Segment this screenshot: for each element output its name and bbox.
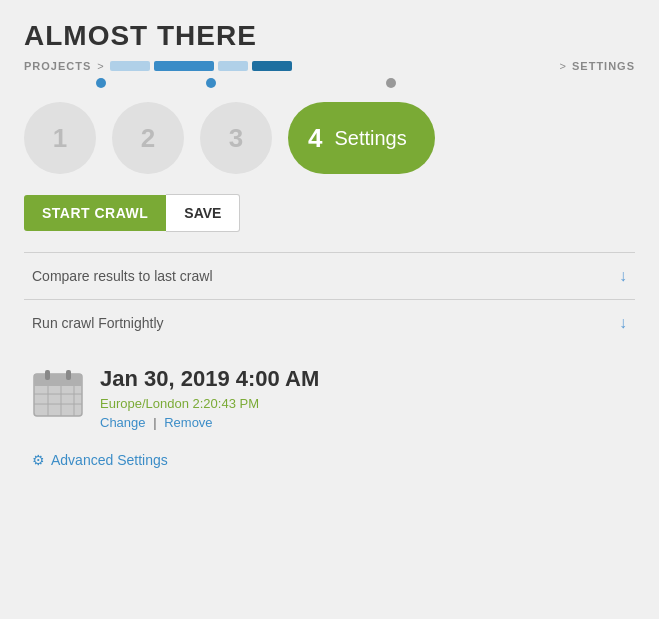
progress-seg-2 — [154, 61, 214, 71]
steps-row: 1 2 3 4 Settings — [24, 102, 635, 174]
compare-results-label: Compare results to last crawl — [32, 268, 213, 284]
progress-seg-3 — [218, 61, 248, 71]
step-2: 2 — [112, 102, 184, 174]
breadcrumb-settings-label: SETTINGS — [572, 60, 635, 72]
progress-dot-3 — [386, 78, 396, 88]
progress-dots — [96, 76, 635, 90]
calendar-change-link[interactable]: Change — [100, 415, 146, 430]
progress-seg-4 — [252, 61, 292, 71]
action-buttons: START CRAWL SAVE — [24, 194, 635, 232]
step-1: 1 — [24, 102, 96, 174]
breadcrumb-arrow-right: > — [560, 60, 566, 72]
compare-results-dropdown[interactable]: Compare results to last crawl ↓ — [24, 252, 635, 299]
step-3: 3 — [200, 102, 272, 174]
breadcrumb: PROJECTS > > SETTINGS — [24, 60, 635, 72]
gear-icon: ⚙ — [32, 452, 45, 468]
calendar-icon — [32, 366, 84, 418]
advanced-settings-label: Advanced Settings — [51, 452, 168, 468]
progress-bar — [110, 61, 554, 71]
calendar-section: Jan 30, 2019 4:00 AM Europe/London 2:20:… — [24, 346, 635, 440]
start-crawl-button[interactable]: START CRAWL — [24, 195, 166, 231]
run-crawl-arrow-icon: ↓ — [619, 314, 627, 332]
breadcrumb-projects-label: PROJECTS — [24, 60, 91, 72]
page-title: ALMOST THERE — [24, 20, 635, 52]
svg-rect-8 — [45, 370, 50, 380]
run-crawl-dropdown[interactable]: Run crawl Fortnightly ↓ — [24, 299, 635, 346]
progress-dot-2 — [206, 78, 216, 88]
advanced-settings-row[interactable]: ⚙ Advanced Settings — [24, 440, 635, 472]
progress-dot-1 — [96, 78, 106, 88]
calendar-remove-link[interactable]: Remove — [164, 415, 212, 430]
calendar-timezone: Europe/London 2:20:43 PM — [100, 396, 319, 411]
calendar-date: Jan 30, 2019 4:00 AM — [100, 366, 319, 392]
breadcrumb-arrow-left: > — [97, 60, 103, 72]
run-crawl-label: Run crawl Fortnightly — [32, 315, 164, 331]
svg-rect-2 — [34, 382, 82, 386]
step-4-label: Settings — [334, 127, 406, 150]
calendar-info: Jan 30, 2019 4:00 AM Europe/London 2:20:… — [100, 366, 319, 430]
calendar-link-separator: | — [153, 415, 156, 430]
progress-seg-1 — [110, 61, 150, 71]
step-4-active: 4 Settings — [288, 102, 435, 174]
svg-rect-9 — [66, 370, 71, 380]
save-button[interactable]: SAVE — [166, 194, 240, 232]
compare-results-arrow-icon: ↓ — [619, 267, 627, 285]
step-4-number: 4 — [308, 123, 322, 154]
calendar-links: Change | Remove — [100, 415, 319, 430]
